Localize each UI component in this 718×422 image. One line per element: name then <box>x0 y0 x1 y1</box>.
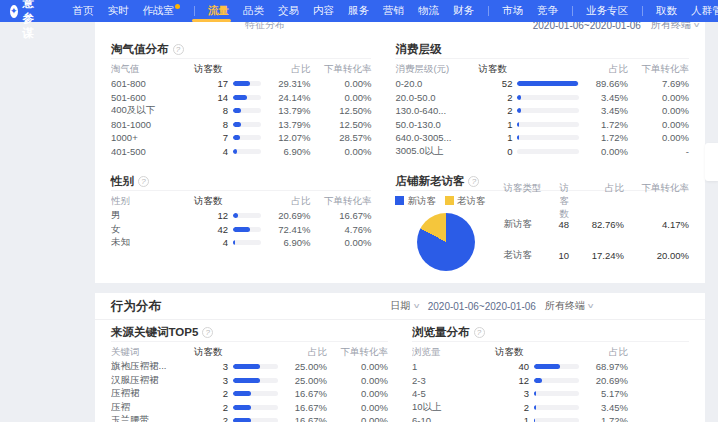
nav-item[interactable]: 营销 <box>376 0 411 22</box>
table-row: 新访客 48 82.76% 4.17% <box>503 209 689 240</box>
bar-fill <box>517 108 520 113</box>
bar-track <box>233 149 261 154</box>
bar-track <box>534 418 579 422</box>
nav-item[interactable]: 财务 <box>446 0 481 22</box>
help-icon[interactable]: ? <box>468 176 479 187</box>
table-row: 2-3 12 20.69% <box>412 374 689 388</box>
bar-track <box>517 135 579 140</box>
table-header: 浏览量 访客数 占比 <box>412 345 689 360</box>
top-navbar: ✦ 生意参谋 首页 实时 作战室 <box>0 0 718 22</box>
table-row: 0-20.0 52 89.66% 7.69% <box>395 77 689 91</box>
bar-fill <box>534 418 535 422</box>
table-row: 130.0-640... 2 3.45% 0.00% <box>395 104 689 118</box>
nav-divider <box>572 6 573 16</box>
bar-fill <box>517 81 577 86</box>
nav-divider <box>488 6 489 16</box>
table-row: 玉兰腰带 2 16.67% 0.00% <box>111 414 388 422</box>
logo-icon: ✦ <box>10 5 18 18</box>
table-row: 10以上 2 3.45% <box>412 401 689 415</box>
table-row: 未知 4 6.90% 0.00% <box>111 236 371 250</box>
bar-track <box>233 95 261 100</box>
terminal-select[interactable]: 所有终端 ∨ <box>651 22 699 32</box>
chevron-down-icon: ∨ <box>692 22 700 29</box>
nav-item[interactable]: 首页 <box>66 0 101 22</box>
bar-track <box>233 227 261 232</box>
table-header: 关键词 访客数 占比 下单转化率 <box>111 345 388 360</box>
date-range-picker[interactable]: 2020-01-06~2020-01-06 <box>428 301 536 312</box>
nav-item[interactable]: 交易 <box>271 0 306 22</box>
bar-fill <box>534 391 536 396</box>
table-header: 性别 访客数 占比 下单转化率 <box>111 194 371 209</box>
table-row: 640.0-3005... 1 1.72% 0.00% <box>395 131 689 145</box>
bar-fill <box>233 149 237 154</box>
nav-item[interactable]: 品类 <box>236 0 271 22</box>
nav-item[interactable]: 市场 <box>481 0 530 22</box>
date-range-picker[interactable]: 2020-01-06~2020-01-06 <box>533 22 641 31</box>
brand[interactable]: ✦ 生意参谋 <box>10 0 40 41</box>
bar-track <box>517 81 579 86</box>
table-row: 男 12 20.69% 16.67% <box>111 209 371 223</box>
bar-fill <box>233 418 251 422</box>
table-row: 400及以下 8 13.79% 12.50% <box>111 104 371 118</box>
nav-item[interactable]: 取数 <box>635 0 684 22</box>
nav-item[interactable]: 竞争 <box>530 0 565 22</box>
help-icon[interactable]: ? <box>138 176 149 187</box>
bar-track <box>517 149 579 154</box>
notification-badge <box>175 4 180 9</box>
nav-menu: 首页 实时 作战室 流量 <box>66 0 718 22</box>
nav-item[interactable]: 物流 <box>411 0 446 22</box>
panel-taoqi-value: 淘气值分布 ? 淘气值 访客数 占比 下单转化率 601-800 <box>111 41 371 158</box>
panel-pageview-distribution: 浏览量分布 ? 浏览量 访客数 占比 1 40 <box>412 324 689 422</box>
bar-track <box>233 122 261 127</box>
table-row: 4-5 3 5.17% <box>412 387 689 401</box>
nav-item[interactable]: 流量 <box>187 0 236 22</box>
behavior-section-header: 行为分布 日期 ∨ 2020-01-06~2020-01-06 所有终端 ∨ <box>95 293 705 320</box>
bar-fill <box>233 135 240 140</box>
floating-side-widget[interactable] <box>705 143 718 181</box>
legend-swatch-yellow <box>445 196 454 205</box>
help-icon[interactable]: ? <box>474 327 485 338</box>
nav-item[interactable]: 实时 <box>101 0 136 22</box>
panel-title: 性别 <box>111 174 134 189</box>
table-row: 501-600 14 24.14% 0.00% <box>111 91 371 105</box>
section-header-clipped: 特征分布 2020-01-06~2020-01-06 所有终端 ∨ <box>95 22 705 37</box>
table-row: 6-10 1 1.72% <box>412 414 689 422</box>
bar-track <box>534 378 579 383</box>
bar-fill <box>233 213 238 218</box>
bar-fill <box>233 227 250 232</box>
nav-item[interactable]: 服务 <box>341 0 376 22</box>
date-mode-select[interactable]: 日期 ∨ <box>391 299 419 313</box>
bar-track <box>233 108 261 113</box>
table-row: 1000+ 7 12.07% 28.57% <box>111 131 371 145</box>
bar-track <box>233 213 261 218</box>
bar-track <box>517 108 579 113</box>
table-row: 601-800 17 29.31% 0.00% <box>111 77 371 91</box>
terminal-select[interactable]: 所有终端 ∨ <box>545 299 593 313</box>
chevron-down-icon: ∨ <box>412 302 420 310</box>
help-icon[interactable]: ? <box>173 44 184 55</box>
nav-item[interactable]: 作战室 <box>136 0 188 22</box>
bar-fill <box>517 135 519 140</box>
bar-track <box>534 391 579 396</box>
chevron-down-icon: ∨ <box>586 302 594 310</box>
nav-item[interactable]: 人群管理 <box>684 0 718 22</box>
nav-divider <box>642 6 643 16</box>
bar-fill <box>233 240 235 245</box>
visitor-pie-chart[interactable] <box>417 213 475 271</box>
nav-item[interactable]: 业务专区 <box>565 0 635 22</box>
bar-fill <box>233 122 241 127</box>
behavior-distribution-card: 行为分布 日期 ∨ 2020-01-06~2020-01-06 所有终端 ∨ <box>95 293 705 422</box>
table-row: 压褶 2 16.67% 0.00% <box>111 401 388 415</box>
bar-track <box>233 81 261 86</box>
legend-item-new[interactable]: 新访客 <box>395 195 436 208</box>
table-row: 50.0-130.0 1 1.72% 0.00% <box>395 118 689 132</box>
help-icon[interactable]: ? <box>202 327 213 338</box>
bar-track <box>233 418 278 422</box>
bar-fill <box>233 81 250 86</box>
panel-title: 消费层级 <box>395 42 441 57</box>
legend-item-old[interactable]: 老访客 <box>445 195 486 208</box>
bar-fill <box>233 95 247 100</box>
bar-track <box>534 364 579 369</box>
bar-fill <box>534 364 560 369</box>
nav-item[interactable]: 内容 <box>306 0 341 22</box>
